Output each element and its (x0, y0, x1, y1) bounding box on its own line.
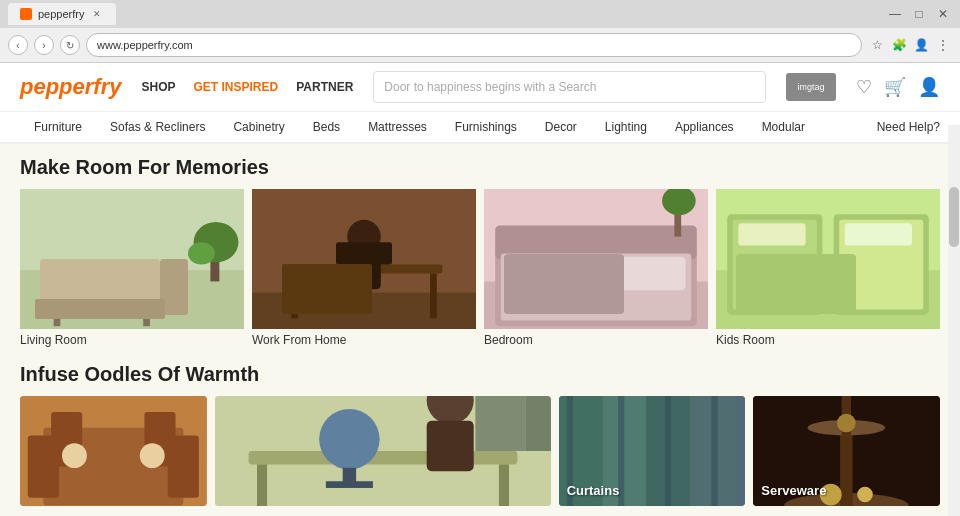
svg-point-72 (858, 487, 874, 503)
minimize-button[interactable]: — (886, 5, 904, 23)
warmth-curtains-label: Curtains (567, 483, 620, 498)
warmth-serveware-label: Serveware (761, 483, 826, 498)
svg-rect-5 (74, 265, 113, 304)
room-work-label: Work From Home (252, 333, 476, 347)
nav-partner[interactable]: PARTNER (296, 80, 353, 94)
room-bedroom-label: Bedroom (484, 333, 708, 347)
search-placeholder: Door to happiness begins with a Search (384, 80, 596, 94)
cat-lighting[interactable]: Lighting (591, 112, 661, 142)
svg-rect-7 (54, 313, 61, 326)
svg-point-11 (188, 242, 215, 264)
back-button[interactable]: ‹ (8, 35, 28, 55)
room-living-img (20, 189, 244, 329)
wishlist-icon[interactable]: ♡ (856, 76, 872, 98)
room-card-kids[interactable]: Kids Room (716, 189, 940, 347)
browser-chrome: pepperfry ✕ — □ ✕ ‹ › ↻ www.pepperfry.co… (0, 0, 960, 63)
account-icon[interactable]: 👤 (918, 76, 940, 98)
svg-rect-8 (143, 313, 150, 326)
section-warmth: Infuse Oodles Of Warmth (20, 363, 940, 506)
maximize-button[interactable]: □ (910, 5, 928, 23)
warmth-grid: Curtains (20, 396, 940, 506)
svg-rect-25 (506, 257, 584, 291)
category-nav: Furniture Sofas & Recliners Cabinetry Be… (0, 112, 960, 144)
svg-rect-26 (607, 257, 685, 291)
imgtag: imgtag (786, 73, 836, 101)
scrollbar-track[interactable] (948, 125, 960, 516)
section-memories-title: Make Room For Memories (20, 156, 940, 179)
bookmark-icon[interactable]: ☆ (868, 36, 886, 54)
cat-appliances[interactable]: Appliances (661, 112, 748, 142)
nav-get-inspired[interactable]: GET INSPIRED (194, 80, 279, 94)
address-bar[interactable]: www.pepperfry.com (86, 33, 862, 57)
svg-rect-63 (664, 396, 670, 506)
room-kids-img (716, 189, 940, 329)
search-bar[interactable]: Door to happiness begins with a Search (373, 71, 766, 103)
tab-title: pepperfry (38, 8, 84, 20)
svg-rect-47 (257, 464, 267, 506)
room-card-work[interactable]: Work From Home (252, 189, 476, 347)
warmth-card-study[interactable] (215, 396, 551, 506)
menu-icon[interactable]: ⋮ (934, 36, 952, 54)
svg-rect-53 (426, 421, 473, 471)
cat-furnishings[interactable]: Furnishings (441, 112, 531, 142)
svg-rect-16 (430, 274, 437, 319)
svg-point-43 (62, 443, 87, 468)
browser-action-icons: ☆ 🧩 👤 ⋮ (868, 36, 952, 54)
svg-rect-19 (336, 242, 392, 264)
svg-rect-64 (711, 396, 717, 506)
site-header: pepperfry SHOP GET INSPIRED PARTNER Door… (0, 63, 960, 112)
nav-shop[interactable]: SHOP (141, 80, 175, 94)
profile-icon[interactable]: 👤 (912, 36, 930, 54)
cat-furniture[interactable]: Furniture (20, 112, 96, 142)
cat-modular[interactable]: Modular (748, 112, 819, 142)
address-text: www.pepperfry.com (97, 39, 193, 51)
need-help[interactable]: Need Help? (877, 112, 940, 142)
room-living-label: Living Room (20, 333, 244, 347)
svg-rect-55 (525, 396, 550, 451)
svg-rect-67 (840, 428, 852, 506)
warmth-card-dining[interactable] (20, 396, 207, 506)
extension-icon[interactable]: 🧩 (890, 36, 908, 54)
cat-mattresses[interactable]: Mattresses (354, 112, 441, 142)
svg-point-49 (319, 409, 379, 469)
warmth-card-curtains[interactable]: Curtains (559, 396, 746, 506)
room-card-bedroom[interactable]: Bedroom (484, 189, 708, 347)
svg-rect-33 (738, 223, 805, 245)
svg-rect-54 (475, 396, 525, 451)
room-kids-label: Kids Room (716, 333, 940, 347)
section-memories: Make Room For Memories (20, 156, 940, 347)
room-work-img (252, 189, 476, 329)
section-warmth-title: Infuse Oodles Of Warmth (20, 363, 940, 386)
svg-rect-13 (252, 293, 476, 329)
svg-point-44 (140, 443, 165, 468)
svg-point-73 (837, 414, 856, 433)
browser-tab[interactable]: pepperfry ✕ (8, 3, 116, 25)
main-nav: SHOP GET INSPIRED PARTNER (141, 80, 353, 94)
browser-controls: ‹ › ↻ www.pepperfry.com ☆ 🧩 👤 ⋮ (0, 28, 960, 62)
room-grid: Living Room (20, 189, 940, 347)
cat-sofas[interactable]: Sofas & Recliners (96, 112, 219, 142)
site-content: Make Room For Memories (0, 144, 960, 516)
header-icons: ♡ 🛒 👤 (856, 76, 940, 98)
svg-rect-4 (160, 259, 188, 315)
cart-icon[interactable]: 🛒 (884, 76, 906, 98)
svg-rect-48 (499, 464, 509, 506)
cat-cabinetry[interactable]: Cabinetry (219, 112, 298, 142)
cat-decor[interactable]: Decor (531, 112, 591, 142)
svg-rect-14 (286, 265, 443, 274)
tab-favicon (20, 8, 32, 20)
browser-titlebar: pepperfry ✕ — □ ✕ (0, 0, 960, 28)
svg-rect-15 (291, 274, 298, 319)
tab-close-button[interactable]: ✕ (90, 7, 104, 21)
logo[interactable]: pepperfry (20, 74, 121, 100)
svg-rect-6 (119, 265, 158, 304)
warmth-card-serveware[interactable]: Serveware (753, 396, 940, 506)
close-button[interactable]: ✕ (934, 5, 952, 23)
scrollbar-thumb[interactable] (949, 187, 959, 247)
svg-rect-46 (248, 451, 517, 464)
forward-button[interactable]: › (34, 35, 54, 55)
refresh-button[interactable]: ↻ (60, 35, 80, 55)
cat-beds[interactable]: Beds (299, 112, 354, 142)
svg-rect-3 (42, 259, 70, 315)
room-card-living[interactable]: Living Room (20, 189, 244, 347)
